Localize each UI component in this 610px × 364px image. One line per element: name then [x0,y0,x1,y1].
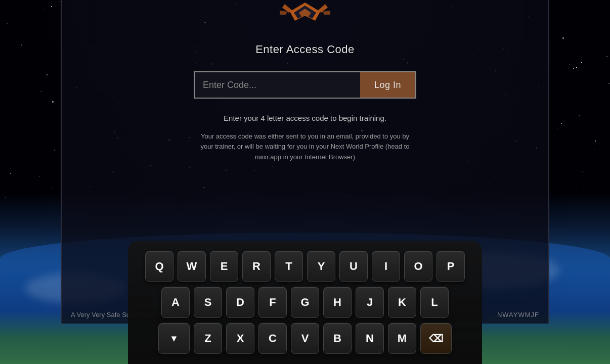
logo-container [275,0,335,25]
code-input[interactable] [195,72,360,98]
content-panel: Enter Access Code Log In Enter your 4 le… [184,43,426,163]
key-v[interactable]: V [291,323,319,354]
key-c[interactable]: C [258,323,287,354]
key-s[interactable]: S [194,287,222,317]
svg-marker-6 [323,11,330,15]
key-t[interactable]: T [275,251,303,282]
key-b[interactable]: B [323,323,352,354]
key-u[interactable]: U [339,251,368,282]
svg-marker-5 [280,11,287,15]
key-q[interactable]: Q [145,251,173,282]
key-j[interactable]: J [356,287,384,317]
keyboard-row-1: QWERTYUIOP [143,251,467,282]
key-l[interactable]: L [420,287,449,317]
bottom-right-label: NWAYWMJF [497,311,539,318]
key-n[interactable]: N [356,323,384,354]
info-secondary: Your access code was either sent to you … [194,131,416,163]
info-primary: Enter your 4 letter access code to begin… [224,113,386,124]
key-f[interactable]: F [258,287,287,317]
keyboard-row-2: ASDFGHJKL [143,287,467,317]
key-a[interactable]: A [161,287,190,317]
key-d[interactable]: D [226,287,254,317]
key-w[interactable]: W [178,251,206,282]
key-backspace[interactable]: ⌫ [420,323,452,354]
key-m[interactable]: M [388,323,416,354]
key-x[interactable]: X [226,323,254,354]
key-i[interactable]: I [372,251,400,282]
key-y[interactable]: Y [307,251,335,282]
key-e[interactable]: E [210,251,238,282]
code-input-row: Log In [194,71,416,99]
key-z[interactable]: Z [194,323,222,354]
key-p[interactable]: P [437,251,465,282]
key-o[interactable]: O [404,251,432,282]
key-r[interactable]: R [242,251,271,282]
key-shift[interactable]: ▼ [158,323,190,354]
key-h[interactable]: H [323,287,352,317]
panel-title: Enter Access Code [255,43,355,56]
key-k[interactable]: K [388,287,416,317]
key-g[interactable]: G [291,287,319,317]
logo-icon [280,2,330,24]
keyboard: QWERTYUIOP ASDFGHJKL ▼ZXCVBNM⌫ [128,241,482,364]
login-button[interactable]: Log In [360,72,415,98]
keyboard-row-3: ▼ZXCVBNM⌫ [143,323,467,354]
